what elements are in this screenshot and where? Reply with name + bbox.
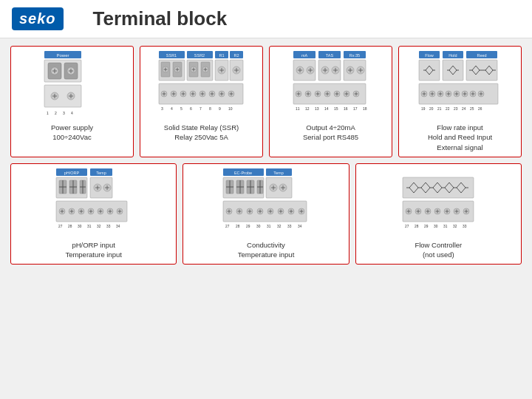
label-flow-reed: Flow rate inputHold and Reed InputExtern… (428, 123, 492, 152)
svg-text:27: 27 (405, 225, 409, 228)
svg-rect-11 (44, 85, 81, 107)
svg-text:Flow: Flow (425, 53, 434, 58)
svg-text:14: 14 (324, 106, 329, 111)
svg-text:21: 21 (437, 107, 442, 111)
svg-text:32: 32 (453, 225, 457, 228)
svg-text:Temp: Temp (96, 171, 106, 175)
svg-text:22: 22 (446, 107, 450, 111)
block-image-cond: EC-Probe Temp (188, 167, 344, 237)
svg-text:6: 6 (190, 106, 192, 111)
block-row-2: pH/ORP Temp (10, 163, 522, 265)
svg-text:SSR1: SSR1 (166, 53, 176, 58)
block-image-power: Power (16, 50, 129, 120)
svg-text:31: 31 (87, 225, 92, 228)
block-image-ssr: SSR1 SSR2 R1 R2 (145, 50, 258, 120)
main-content: Power (0, 38, 532, 399)
svg-text:18: 18 (363, 106, 367, 111)
svg-text:10: 10 (228, 106, 233, 111)
svg-text:33: 33 (287, 225, 292, 228)
block-image-ph: pH/ORP Temp (16, 167, 171, 237)
label-power-supply: Power supply100÷240Vac (51, 123, 93, 143)
terminal-svg-cond: EC-Probe Temp (222, 167, 310, 237)
svg-text:31: 31 (443, 225, 448, 228)
block-image-flowctrl: 27 28 29 30 31 32 33 (361, 167, 516, 237)
block-ph-orp: pH/ORP Temp (10, 163, 177, 265)
svg-text:26: 26 (478, 107, 482, 111)
svg-text:30: 30 (78, 225, 82, 228)
svg-text:15: 15 (334, 106, 338, 111)
page-title: Terminal block (93, 7, 228, 30)
label-conductivity: ConductivityTemperature input (238, 240, 295, 260)
svg-text:TAS: TAS (326, 53, 334, 58)
block-flow-ctrl: 27 28 29 30 31 32 33 Flow Controller(not… (355, 163, 522, 265)
svg-text:25: 25 (470, 107, 474, 111)
svg-text:Hold: Hold (449, 53, 457, 58)
block-ssr: SSR1 SSR2 R1 R2 (140, 46, 263, 157)
block-output: mA TAS Rx:35 (269, 46, 392, 157)
svg-rect-307 (403, 177, 474, 198)
svg-text:17: 17 (353, 106, 358, 111)
block-image-output: mA TAS Rx:35 (274, 50, 387, 120)
block-flow-reed: Flow Hold Reed (398, 46, 522, 157)
svg-text:R1: R1 (219, 53, 224, 58)
svg-text:27: 27 (58, 225, 63, 228)
terminal-svg-ssr: SSR1 SSR2 R1 R2 (157, 50, 246, 120)
label-ph-orp: pH/ORP inputTemperature input (65, 240, 122, 260)
svg-text:28: 28 (68, 225, 72, 228)
svg-text:34: 34 (298, 225, 302, 228)
svg-text:8: 8 (209, 106, 211, 111)
svg-text:11: 11 (296, 106, 300, 111)
svg-text:pH/ORP: pH/ORP (64, 171, 80, 175)
svg-text:27: 27 (225, 225, 230, 228)
label-ssr: Solid State Relay (SSR)Relay 250Vac 5A (164, 123, 239, 143)
svg-text:29: 29 (246, 225, 250, 228)
svg-rect-156 (443, 60, 463, 81)
svg-text:1: 1 (47, 111, 49, 115)
terminal-svg-ph: pH/ORP Temp (55, 167, 132, 237)
svg-text:29: 29 (424, 225, 429, 228)
svg-text:33: 33 (463, 225, 467, 228)
svg-text:4: 4 (171, 106, 173, 111)
svg-text:R2: R2 (233, 53, 239, 58)
seko-logo: seko (12, 7, 64, 30)
svg-text:24: 24 (462, 107, 466, 111)
svg-text:33: 33 (106, 225, 111, 228)
svg-text:2: 2 (55, 111, 57, 115)
terminal-svg-flowctrl: 27 28 29 30 31 32 33 (401, 167, 475, 237)
block-power-supply: Power (10, 46, 134, 157)
block-conductivity: EC-Probe Temp (183, 163, 349, 265)
block-row-1: Power (10, 46, 522, 157)
svg-text:30: 30 (434, 225, 438, 228)
svg-text:7: 7 (200, 106, 202, 111)
svg-text:30: 30 (256, 225, 261, 228)
svg-text:SSR2: SSR2 (194, 53, 204, 58)
header: seko Terminal block (0, 0, 532, 38)
svg-text:28: 28 (415, 225, 419, 228)
svg-text:34: 34 (116, 225, 120, 228)
svg-text:20: 20 (429, 107, 434, 111)
svg-text:19: 19 (421, 107, 426, 111)
svg-text:Rx:35: Rx:35 (349, 53, 360, 58)
svg-text:13: 13 (315, 106, 319, 111)
terminal-svg-flow: Flow Hold Reed (417, 50, 502, 120)
svg-text:23: 23 (454, 107, 458, 111)
svg-text:mA: mA (301, 53, 308, 58)
svg-text:31: 31 (267, 225, 271, 228)
logo-area: seko (12, 7, 64, 30)
block-image-flow: Flow Hold Reed (403, 50, 516, 120)
svg-text:Temp: Temp (273, 171, 283, 175)
svg-text:4: 4 (71, 111, 73, 115)
svg-text:EC-Probe: EC-Probe (234, 171, 252, 175)
svg-text:16: 16 (344, 106, 348, 111)
label-output: Output 4÷20mASerial port RS485 (303, 123, 358, 143)
svg-text:12: 12 (305, 106, 310, 111)
svg-text:28: 28 (236, 225, 240, 228)
terminal-svg-power: Power (41, 50, 103, 120)
svg-rect-152 (419, 60, 440, 81)
svg-text:9: 9 (219, 106, 221, 111)
svg-text:3: 3 (161, 106, 163, 111)
svg-text:5: 5 (180, 106, 183, 111)
svg-text:Power: Power (56, 53, 69, 58)
svg-text:32: 32 (97, 225, 101, 228)
label-flow-ctrl: Flow Controller(not used) (415, 240, 462, 260)
